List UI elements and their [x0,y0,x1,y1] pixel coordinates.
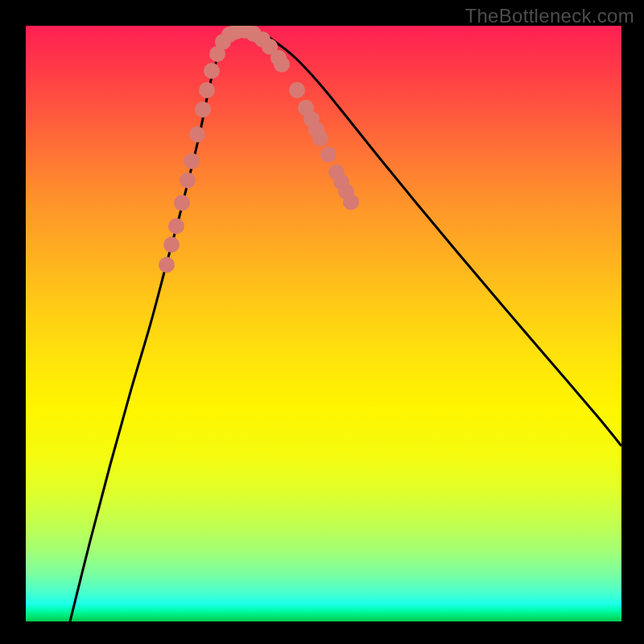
plot-area [26,26,621,621]
curve-svg [26,26,621,621]
marker-point [189,126,205,142]
bottleneck-curve [70,30,621,621]
marker-point [159,257,175,273]
marker-point [312,130,328,147]
marker-point [320,147,336,163]
marker-point [204,63,220,79]
marker-point [180,172,196,188]
marker-point [199,82,215,98]
markers-group [159,26,359,273]
marker-point [289,82,305,98]
chart-container: TheBottleneck.com [0,0,644,644]
watermark-label: TheBottleneck.com [464,5,634,27]
marker-point [168,218,184,234]
marker-point [195,101,211,118]
marker-point [174,195,190,211]
marker-point [184,153,200,169]
marker-point [343,194,359,210]
marker-point [274,56,290,72]
marker-point [163,237,180,253]
